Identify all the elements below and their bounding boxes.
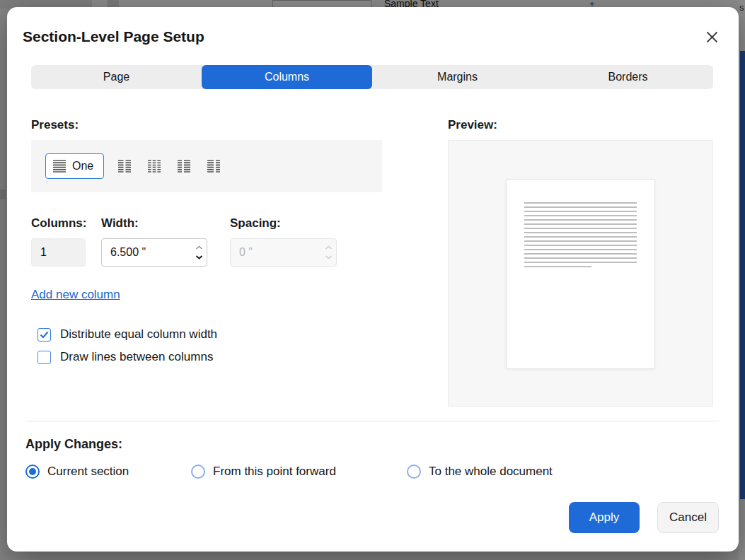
- preset-one-button[interactable]: One: [45, 153, 104, 179]
- cancel-button[interactable]: Cancel: [657, 502, 719, 533]
- preset-left-button[interactable]: [175, 157, 193, 175]
- width-label: Width:: [101, 216, 139, 231]
- one-column-icon: [53, 159, 66, 173]
- spacing-spinner-up-button: [325, 245, 333, 252]
- spacing-spinner-down-button: [325, 254, 333, 261]
- preview-label: Preview:: [448, 118, 497, 132]
- radio-from-this-point[interactable]: From this point forward: [191, 465, 336, 479]
- chevron-up-icon: [195, 245, 203, 250]
- radio-label: Current section: [47, 465, 129, 479]
- preset-two-button[interactable]: [115, 157, 134, 175]
- chevron-up-icon: [325, 245, 333, 250]
- spacing-label: Spacing:: [230, 216, 281, 231]
- chevron-down-icon: [195, 255, 203, 259]
- narrow-left-column-icon: [178, 159, 190, 173]
- spacing-input: [231, 246, 322, 259]
- dialog-title: Section-Level Page Setup: [23, 28, 204, 45]
- footer-divider: [25, 421, 719, 421]
- section-page-setup-dialog: Section-Level Page Setup Page Columns Ma…: [7, 7, 739, 552]
- columns-label: Columns:: [31, 216, 86, 231]
- tab-page[interactable]: Page: [31, 65, 202, 89]
- distribute-equal-width-option[interactable]: Distribute equal column width: [37, 327, 217, 342]
- close-icon: [706, 31, 718, 43]
- checkbox-unchecked[interactable]: [37, 351, 51, 364]
- preset-three-button[interactable]: [145, 157, 163, 175]
- radio-whole-document[interactable]: To the whole document: [407, 465, 553, 479]
- width-field-wrap: [101, 238, 207, 267]
- width-spinner-up-button[interactable]: [195, 245, 203, 252]
- tab-borders[interactable]: Borders: [543, 65, 713, 89]
- close-button[interactable]: [703, 28, 720, 45]
- width-input[interactable]: [102, 246, 192, 259]
- presets-group: One: [31, 140, 382, 192]
- preview-area: [448, 140, 713, 407]
- spacing-field-wrap: [230, 238, 337, 267]
- columns-input[interactable]: [32, 246, 85, 259]
- tab-bar: Page Columns Margins Borders: [31, 65, 713, 89]
- width-spinner-down-button[interactable]: [195, 254, 203, 261]
- tab-margins[interactable]: Margins: [372, 65, 543, 89]
- radio-current-section[interactable]: Current section: [25, 465, 129, 479]
- preview-text-lines: [524, 202, 637, 263]
- preview-page: [506, 179, 655, 369]
- draw-lines-option[interactable]: Draw lines between columns: [37, 349, 213, 365]
- radio-selected-icon[interactable]: [25, 465, 40, 479]
- checkbox-label: Distribute equal column width: [60, 327, 217, 342]
- three-columns-icon: [148, 159, 161, 173]
- chevron-down-icon: [325, 255, 333, 259]
- preset-right-button[interactable]: [204, 157, 223, 175]
- width-spinner: [192, 239, 207, 266]
- preset-one-label: One: [72, 160, 93, 173]
- apply-button[interactable]: Apply: [569, 502, 640, 533]
- tab-columns[interactable]: Columns: [202, 65, 372, 89]
- radio-unselected-icon[interactable]: [407, 465, 421, 479]
- narrow-right-column-icon: [207, 159, 220, 173]
- radio-dot: [29, 468, 36, 475]
- spacing-spinner: [322, 239, 336, 266]
- apply-changes-label: Apply Changes:: [25, 437, 122, 452]
- presets-label: Presets:: [31, 118, 79, 132]
- add-new-column-link[interactable]: Add new column: [31, 288, 120, 302]
- radio-label: From this point forward: [213, 465, 336, 479]
- two-columns-icon: [118, 159, 131, 173]
- checkbox-checked[interactable]: [37, 328, 51, 342]
- columns-field-wrap: [31, 238, 86, 267]
- radio-label: To the whole document: [429, 465, 553, 479]
- preview-text-last-line: [524, 266, 591, 267]
- radio-unselected-icon[interactable]: [191, 465, 205, 479]
- checkbox-label: Draw lines between columns: [60, 350, 213, 364]
- check-icon: [40, 331, 49, 339]
